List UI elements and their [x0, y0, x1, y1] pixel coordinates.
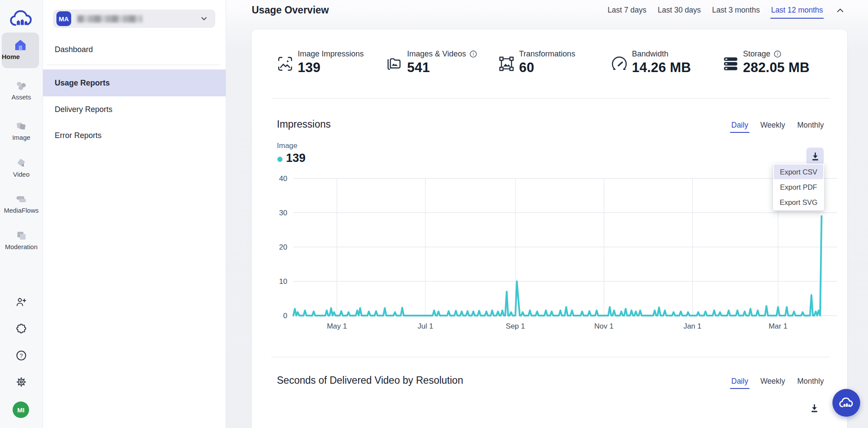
image-icon — [16, 121, 27, 132]
stat-value: 282.05 MB — [743, 60, 809, 76]
stat-label: Transformations — [519, 49, 575, 59]
tab-weekly[interactable]: Weekly — [760, 377, 785, 389]
rail-item-label: Assets — [0, 93, 43, 101]
svg-text:30: 30 — [279, 209, 287, 217]
reports-sidebar: MA Dashboard Usage Reports Delivery Repo… — [43, 0, 226, 428]
account-avatar-initials: MA — [59, 15, 69, 23]
sidebar-item-label: Delivery Reports — [55, 105, 112, 114]
range-last-3-months[interactable]: Last 3 months — [712, 6, 760, 19]
export-chart-button[interactable] — [806, 148, 824, 165]
svg-text:40: 40 — [279, 174, 287, 183]
time-range-tabs: Last 7 days Last 30 days Last 3 months L… — [608, 6, 823, 19]
stat-label: Bandwidth — [632, 49, 668, 59]
sidebar-item-delivery-reports[interactable]: Delivery Reports — [43, 96, 226, 122]
stat-label: Image Impressions — [298, 49, 364, 59]
extensions-button[interactable] — [0, 323, 43, 335]
sidebar-item-label: Usage Reports — [55, 79, 110, 88]
legend-color-dot — [277, 157, 283, 162]
svg-text:Jan 1: Jan 1 — [684, 322, 702, 330]
divider — [47, 65, 220, 65]
video-section-title: Seconds of Delivered Video by Resolution — [277, 375, 463, 386]
download-icon — [810, 403, 819, 413]
gear-icon — [16, 376, 27, 388]
impressions-granularity-tabs: Daily Weekly Monthly — [731, 121, 824, 133]
rail-item-moderation[interactable]: Moderation — [0, 230, 43, 250]
range-last-7-days[interactable]: Last 7 days — [608, 6, 647, 19]
bandwidth-icon — [611, 56, 628, 72]
divider — [271, 98, 830, 99]
usage-reports-page: { "colors": { "brand": "#3448C5", "accen… — [0, 0, 868, 428]
tab-monthly[interactable]: Monthly — [797, 377, 824, 389]
svg-text:?: ? — [20, 352, 23, 359]
legend-series-value: 139 — [286, 151, 306, 165]
menu-item-export-pdf[interactable]: Export PDF — [774, 180, 823, 194]
rail-item-home[interactable]: Home — [2, 33, 39, 68]
user-avatar-initials: MI — [17, 406, 25, 414]
menu-item-export-csv[interactable]: Export CSV — [774, 165, 823, 179]
tab-daily[interactable]: Daily — [731, 121, 748, 133]
settings-button[interactable] — [0, 376, 43, 388]
divider — [271, 357, 830, 357]
transformations-icon — [498, 56, 515, 72]
svg-text:10: 10 — [279, 277, 287, 286]
cloudinary-logo[interactable] — [0, 9, 43, 29]
icon-rail: Home Assets Image Video MediaFlows — [0, 0, 43, 428]
stat-label: Storage i — [743, 49, 781, 59]
rail-item-label: Video — [0, 171, 43, 178]
rail-item-image[interactable]: Image — [0, 121, 43, 141]
stat-label: Images & Videos i — [407, 49, 477, 59]
rail-item-label: Moderation — [0, 243, 43, 250]
sidebar-item-dashboard[interactable]: Dashboard — [43, 38, 226, 61]
add-user-icon — [16, 297, 27, 307]
cloudinary-assistant-button[interactable] — [832, 389, 860, 417]
rail-item-assets[interactable]: Assets — [0, 81, 43, 101]
rail-item-label: Home — [2, 53, 39, 60]
stat-value: 139 — [298, 60, 320, 76]
menu-item-export-svg[interactable]: Export SVG — [774, 195, 823, 210]
info-icon[interactable]: i — [774, 50, 781, 58]
tab-weekly[interactable]: Weekly — [760, 121, 785, 133]
account-name-redacted — [77, 15, 142, 23]
storage-icon — [722, 56, 739, 72]
collapse-header-button[interactable] — [834, 4, 846, 16]
svg-text:Mar 1: Mar 1 — [769, 322, 787, 330]
download-icon — [811, 151, 820, 161]
account-avatar: MA — [56, 11, 71, 26]
cloudinary-cloud-icon — [10, 9, 33, 29]
stat-value: 541 — [407, 60, 430, 76]
stat-value: 60 — [519, 60, 534, 76]
impressions-line-chart: 010203040May 1Jul 1Sep 1Nov 1Jan 1Mar 1 — [271, 171, 840, 336]
svg-text:Jul 1: Jul 1 — [418, 322, 433, 330]
export-menu: Export CSV Export PDF Export SVG — [773, 164, 824, 211]
cloud-icon — [839, 397, 854, 409]
legend-series-name: Image — [277, 142, 297, 150]
video-granularity-tabs: Daily Weekly Monthly — [731, 377, 824, 389]
account-selector[interactable]: MA — [53, 10, 215, 28]
sidebar-item-error-reports[interactable]: Error Reports — [43, 122, 226, 148]
chevron-up-icon — [836, 8, 844, 13]
rail-item-mediaflows[interactable]: MediaFlows — [0, 194, 43, 214]
info-icon[interactable]: i — [470, 50, 477, 58]
sidebar-item-label: Error Reports — [55, 131, 102, 140]
range-last-30-days[interactable]: Last 30 days — [658, 6, 701, 19]
user-avatar[interactable]: MI — [13, 402, 29, 418]
home-icon — [14, 39, 27, 51]
video-icon — [16, 158, 27, 168]
images-videos-icon — [386, 56, 403, 72]
range-last-12-months[interactable]: Last 12 months — [771, 6, 823, 19]
tab-daily[interactable]: Daily — [731, 377, 748, 389]
svg-text:20: 20 — [279, 243, 287, 251]
puzzle-icon — [16, 323, 27, 335]
chevron-down-icon — [201, 16, 207, 22]
svg-text:May 1: May 1 — [327, 322, 347, 330]
image-impressions-icon — [277, 56, 293, 72]
export-video-chart-button[interactable] — [806, 399, 823, 417]
help-icon: ? — [16, 350, 27, 361]
help-button[interactable]: ? — [0, 350, 43, 361]
invite-user-button[interactable] — [0, 297, 43, 307]
svg-text:i: i — [473, 52, 473, 56]
tab-monthly[interactable]: Monthly — [797, 121, 824, 133]
page-title: Usage Overview — [252, 4, 329, 16]
sidebar-item-usage-reports[interactable]: Usage Reports — [43, 69, 226, 96]
rail-item-video[interactable]: Video — [0, 158, 43, 178]
